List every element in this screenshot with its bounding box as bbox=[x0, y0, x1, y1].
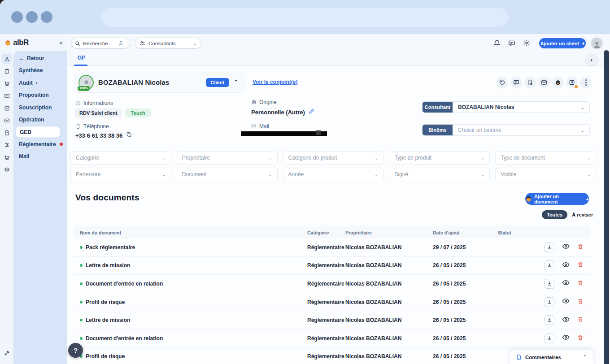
panel-collapse-button[interactable]: ‹ bbox=[586, 54, 597, 65]
download-icon[interactable] bbox=[545, 334, 554, 343]
download-icon[interactable] bbox=[545, 279, 554, 289]
table-header: Nom du document Catégorie Propriétaire D… bbox=[74, 226, 590, 238]
tools-icon[interactable] bbox=[2, 348, 12, 358]
sliders-icon[interactable] bbox=[2, 140, 12, 150]
window-minimize-button[interactable] bbox=[26, 11, 38, 23]
search-input[interactable] bbox=[83, 41, 115, 46]
sidebar-item-souscription[interactable]: Souscription bbox=[13, 101, 67, 114]
sidebar-item-ged[interactable]: GED bbox=[16, 126, 60, 138]
sidebar-item-audit[interactable]: Audit› bbox=[13, 77, 67, 89]
clipboard-icon[interactable] bbox=[2, 66, 12, 76]
trash-icon[interactable] bbox=[577, 243, 584, 251]
sidebar-item-synthese[interactable]: Synthèse bbox=[13, 65, 67, 77]
search-icon bbox=[75, 41, 80, 46]
filter-signe[interactable]: Signé⌄ bbox=[389, 168, 490, 181]
add-document-button[interactable]: Ajouter un document + bbox=[525, 193, 589, 205]
sidebar-item-proposition[interactable]: Proposition bbox=[13, 89, 67, 102]
bell-icon[interactable] bbox=[493, 39, 501, 48]
filter-type-produit[interactable]: Type de produit⌄ bbox=[389, 151, 490, 165]
sidebar-item-mail[interactable]: Mail bbox=[13, 151, 67, 163]
filter-annee[interactable]: Année⌄ bbox=[283, 168, 384, 181]
eye-icon[interactable] bbox=[562, 316, 570, 325]
window-close-button[interactable] bbox=[11, 11, 23, 23]
cart-alt-icon[interactable] bbox=[2, 152, 12, 162]
user-avatar[interactable] bbox=[591, 37, 603, 49]
trash-icon[interactable] bbox=[577, 316, 584, 324]
copy-icon[interactable] bbox=[126, 132, 132, 139]
external-link-icon[interactable] bbox=[566, 77, 578, 88]
window-maximize-button[interactable] bbox=[41, 11, 52, 23]
eye-icon[interactable] bbox=[562, 279, 570, 288]
card-plus-icon[interactable] bbox=[2, 91, 12, 101]
layers-icon[interactable] bbox=[2, 165, 12, 175]
client-summary-card[interactable]: 100% BOZABALIAN Nicolas Client ⌃ bbox=[74, 72, 244, 93]
trash-icon[interactable] bbox=[577, 261, 584, 269]
trash-icon[interactable] bbox=[577, 334, 584, 342]
toggle-a-reviser[interactable]: À reviser bbox=[572, 212, 593, 217]
document-owner: Nicolas BOZABALIAN bbox=[345, 244, 401, 251]
edit-pencil-icon[interactable] bbox=[309, 108, 314, 116]
kebab-menu-icon[interactable] bbox=[580, 77, 592, 88]
eye-icon[interactable] bbox=[562, 243, 570, 252]
add-client-button[interactable]: Ajouter un client + bbox=[539, 38, 586, 48]
row-actions bbox=[545, 243, 584, 252]
tab-gp[interactable]: GP bbox=[78, 55, 85, 61]
mascot-icon bbox=[525, 195, 532, 202]
sidebar-item-operation[interactable]: Opération bbox=[13, 114, 67, 126]
tag-icon[interactable] bbox=[497, 77, 508, 88]
download-icon[interactable] bbox=[545, 315, 554, 325]
status-green-dot bbox=[80, 337, 83, 340]
filter-categorie-produit[interactable]: Catégorie de produit⌄ bbox=[283, 151, 384, 165]
chevron-up-icon[interactable]: ⌃ bbox=[234, 79, 239, 86]
document-owner: Nicolas BOZABALIAN bbox=[345, 262, 401, 269]
chart-icon[interactable] bbox=[2, 103, 12, 113]
origine-label: Origine bbox=[251, 99, 277, 105]
eye-icon[interactable] bbox=[562, 334, 570, 343]
consultants-select[interactable]: Consultants ⌄ bbox=[135, 38, 202, 49]
download-icon[interactable] bbox=[545, 297, 554, 307]
vertical-scrollbar[interactable] bbox=[604, 50, 609, 364]
filter-visible[interactable]: Visible⌄ bbox=[495, 168, 596, 181]
comment-icon[interactable] bbox=[510, 77, 522, 88]
sidebar-item-retour[interactable]: ←Retour bbox=[13, 52, 67, 65]
gear-icon[interactable] bbox=[523, 39, 530, 48]
eye-icon[interactable] bbox=[562, 297, 570, 307]
document-name: Profil de risque bbox=[80, 353, 125, 360]
download-icon[interactable] bbox=[545, 243, 554, 252]
chat-icon[interactable] bbox=[508, 39, 515, 48]
user-icon[interactable] bbox=[2, 54, 12, 64]
consultant-select[interactable]: Consultant BOZABALIAN Nicolas ⌄ bbox=[422, 101, 590, 113]
trash-icon[interactable] bbox=[577, 298, 584, 306]
download-icon[interactable] bbox=[545, 260, 554, 270]
table-row[interactable]: Lettre de mission Réglementaire Nicolas … bbox=[74, 311, 590, 329]
trash-icon[interactable] bbox=[577, 280, 584, 288]
table-row[interactable]: Document d'entrée en relation Réglementa… bbox=[74, 329, 590, 348]
filter-categorie[interactable]: Categorie⌄ bbox=[70, 151, 171, 165]
document-gear-icon[interactable] bbox=[524, 77, 536, 88]
sidebar-item-reglementaire[interactable]: Réglementaire bbox=[13, 138, 67, 151]
help-button[interactable]: ? bbox=[68, 343, 83, 358]
binome-select[interactable]: Binôme Choisir un binôme ⌄ bbox=[422, 124, 590, 136]
table-row[interactable]: Profil de risque Réglementaire Nicolas B… bbox=[74, 293, 590, 312]
toggle-toutes[interactable]: Toutes bbox=[542, 210, 567, 219]
filter-document[interactable]: Document⌄ bbox=[177, 168, 278, 181]
cart-icon[interactable] bbox=[2, 78, 12, 88]
filter-proprietaire[interactable]: Propriétaire⌄ bbox=[177, 151, 278, 165]
conjoint-link[interactable]: Voir le conjoint(e) bbox=[253, 79, 297, 85]
sidebar-collapse-icon[interactable]: « bbox=[59, 39, 63, 46]
table-row[interactable]: Document d'entrée en relation Réglementa… bbox=[74, 275, 590, 293]
mail-icon[interactable] bbox=[538, 77, 550, 88]
filter-partenaire[interactable]: Partenaire⌄ bbox=[70, 168, 171, 181]
document-edit-icon[interactable] bbox=[2, 128, 12, 138]
mascot-icon[interactable] bbox=[552, 77, 564, 88]
envelope-icon[interactable] bbox=[2, 116, 12, 126]
browser-chrome bbox=[0, 0, 610, 34]
address-bar[interactable] bbox=[101, 8, 509, 27]
document-name: Document d'entrée en relation bbox=[80, 281, 163, 287]
table-row[interactable]: Pack réglementaire Réglementaire Nicolas… bbox=[74, 238, 590, 257]
document-date: 26 / 05 / 2025 bbox=[433, 317, 466, 323]
filter-type-document[interactable]: Type de document⌄ bbox=[495, 151, 596, 165]
comments-panel[interactable]: Commentaires ⌃ bbox=[510, 349, 593, 364]
eye-icon[interactable] bbox=[562, 261, 570, 270]
table-row[interactable]: Lettre de mission Réglementaire Nicolas … bbox=[74, 257, 590, 275]
